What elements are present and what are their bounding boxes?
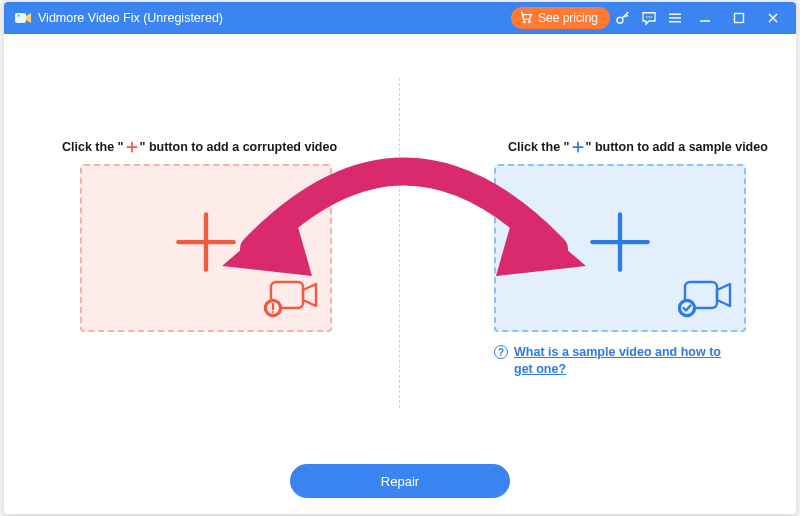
menu-icon[interactable] <box>662 2 688 34</box>
plus-icon <box>125 140 139 157</box>
see-pricing-button[interactable]: See pricing <box>511 7 610 29</box>
svg-point-2 <box>523 20 525 22</box>
content-area: Click the "" button to add a corrupted v… <box>4 34 796 514</box>
feedback-icon[interactable] <box>636 2 662 34</box>
see-pricing-label: See pricing <box>538 11 598 25</box>
titlebar: Vidmore Video Fix (Unregistered) See pri… <box>4 2 796 34</box>
plus-icon <box>583 205 657 283</box>
sample-video-help: ? What is a sample video and how to get … <box>494 344 739 378</box>
help-icon: ? <box>494 345 508 359</box>
key-icon[interactable] <box>610 2 636 34</box>
svg-point-1 <box>17 14 19 16</box>
repair-label: Repair <box>381 474 419 489</box>
vertical-divider <box>399 78 400 408</box>
app-title: Vidmore Video Fix (Unregistered) <box>38 11 223 25</box>
camera-error-icon <box>264 276 320 322</box>
instruction-corrupted: Click the "" button to add a corrupted v… <box>62 140 337 157</box>
plus-icon <box>169 205 243 283</box>
sample-video-help-link[interactable]: What is a sample video and how to get on… <box>514 344 739 378</box>
app-window: Vidmore Video Fix (Unregistered) See pri… <box>4 2 796 514</box>
camera-ok-icon <box>678 276 734 322</box>
svg-point-6 <box>648 16 650 18</box>
maximize-button[interactable] <box>722 2 756 34</box>
add-sample-video-dropzone[interactable] <box>494 164 746 332</box>
svg-point-4 <box>617 17 623 23</box>
svg-rect-0 <box>15 13 26 23</box>
minimize-button[interactable] <box>688 2 722 34</box>
repair-button[interactable]: Repair <box>290 464 510 498</box>
close-button[interactable] <box>756 2 790 34</box>
svg-rect-8 <box>735 14 744 23</box>
svg-point-13 <box>272 311 274 313</box>
svg-point-7 <box>651 16 653 18</box>
app-logo-icon <box>14 9 32 27</box>
svg-point-5 <box>646 16 648 18</box>
add-corrupted-video-dropzone[interactable] <box>80 164 332 332</box>
svg-point-3 <box>529 20 531 22</box>
cart-icon <box>519 10 533 27</box>
plus-icon <box>571 140 585 157</box>
instruction-sample: Click the "" button to add a sample vide… <box>508 140 768 157</box>
